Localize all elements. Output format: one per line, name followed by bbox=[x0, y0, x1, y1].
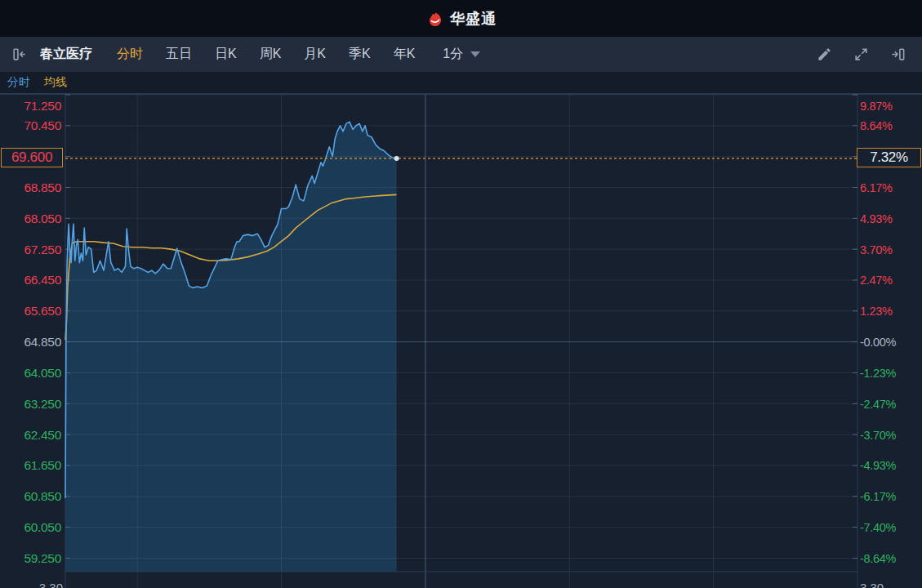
price-axis-label: 68.050 bbox=[24, 212, 61, 225]
price-axis-label: 66.450 bbox=[24, 273, 61, 287]
current-price-box: 69.600 bbox=[1, 148, 63, 167]
chevron-down-icon bbox=[470, 51, 480, 57]
app-logo: 华盛通 bbox=[425, 9, 497, 29]
bottom-pane-left-label: 3.30 bbox=[39, 581, 63, 588]
price-axis-label: 64.850 bbox=[24, 335, 61, 349]
price-axis-label: 70.450 bbox=[24, 118, 61, 132]
chart-toolbar: 春立医疗 分时五日日K周K月K季K年K 1分 bbox=[0, 37, 922, 72]
percent-axis-label: 3.70% bbox=[860, 243, 893, 256]
collapse-panel-right-icon[interactable] bbox=[890, 47, 906, 62]
nav-tab[interactable]: 日K bbox=[215, 46, 237, 63]
percent-axis-label: -0.00% bbox=[860, 336, 897, 349]
toolbar-right-icons bbox=[817, 47, 911, 62]
nav-tab[interactable]: 季K bbox=[349, 46, 371, 63]
price-axis-label: 60.850 bbox=[24, 489, 61, 503]
current-change-box: 7.32% bbox=[857, 148, 921, 167]
app-title: 华盛通 bbox=[450, 9, 497, 29]
price-axis-label: 68.850 bbox=[24, 180, 61, 194]
period-tabs: 分时五日日K周K月K季K年K bbox=[117, 46, 415, 63]
percent-axis-label: -1.23% bbox=[860, 367, 897, 380]
draw-pencil-icon[interactable] bbox=[817, 47, 832, 62]
interval-value: 1分 bbox=[443, 46, 463, 63]
interval-dropdown[interactable]: 1分 bbox=[443, 46, 480, 63]
price-axis-label: 64.050 bbox=[24, 366, 61, 380]
nav-tab[interactable]: 年K bbox=[394, 46, 416, 63]
percent-axis-label: 8.64% bbox=[860, 119, 893, 132]
percent-axis-label: 4.93% bbox=[860, 212, 893, 225]
percent-axis-label: -6.17% bbox=[860, 490, 897, 503]
current-price-dot bbox=[394, 156, 399, 161]
price-axis-label: 63.250 bbox=[24, 397, 61, 411]
overlay-tab[interactable]: 分时 bbox=[7, 75, 30, 90]
fullscreen-expand-icon[interactable] bbox=[853, 47, 869, 62]
nav-tab[interactable]: 周K bbox=[260, 46, 282, 63]
percent-axis-label: 9.87% bbox=[860, 100, 893, 113]
percent-axis-label: -2.47% bbox=[860, 398, 897, 411]
nav-tab[interactable]: 五日 bbox=[166, 46, 192, 63]
bottom-pane-right-label: 3.30 bbox=[860, 581, 884, 588]
price-axis-label: 59.250 bbox=[24, 551, 61, 565]
price-axis-label: 62.450 bbox=[24, 428, 61, 442]
price-axis-label: 67.250 bbox=[24, 243, 61, 256]
flame-logo-icon bbox=[425, 9, 445, 29]
price-axis-label: 60.050 bbox=[24, 520, 61, 534]
minute-chart[interactable]: 71.2509.87%70.4508.64%68.8506.17%68.0504… bbox=[0, 94, 922, 588]
percent-axis-label: -7.40% bbox=[860, 521, 897, 534]
percent-axis-label: 2.47% bbox=[860, 274, 893, 287]
overlay-tabs: 分时均线 bbox=[0, 72, 922, 94]
percent-axis-label: 6.17% bbox=[860, 181, 893, 194]
price-axis-label: 65.650 bbox=[24, 304, 61, 318]
price-area bbox=[65, 122, 397, 572]
chart-area: 71.2509.87%70.4508.64%68.8506.17%68.0504… bbox=[0, 94, 922, 588]
stock-name: 春立医疗 bbox=[40, 46, 92, 63]
overlay-tab[interactable]: 均线 bbox=[44, 75, 67, 90]
nav-tab[interactable]: 月K bbox=[304, 46, 326, 63]
top-bar: 华盛通 bbox=[0, 0, 922, 37]
percent-axis-label: 1.23% bbox=[860, 305, 893, 318]
collapse-panel-left-icon[interactable] bbox=[11, 47, 27, 62]
percent-axis-label: -8.64% bbox=[860, 552, 897, 565]
nav-tab[interactable]: 分时 bbox=[117, 46, 143, 63]
percent-axis-label: -4.93% bbox=[860, 459, 897, 472]
price-axis-label: 71.250 bbox=[24, 99, 61, 113]
percent-axis-label: -3.70% bbox=[860, 429, 897, 442]
price-axis-label: 61.650 bbox=[24, 458, 61, 472]
